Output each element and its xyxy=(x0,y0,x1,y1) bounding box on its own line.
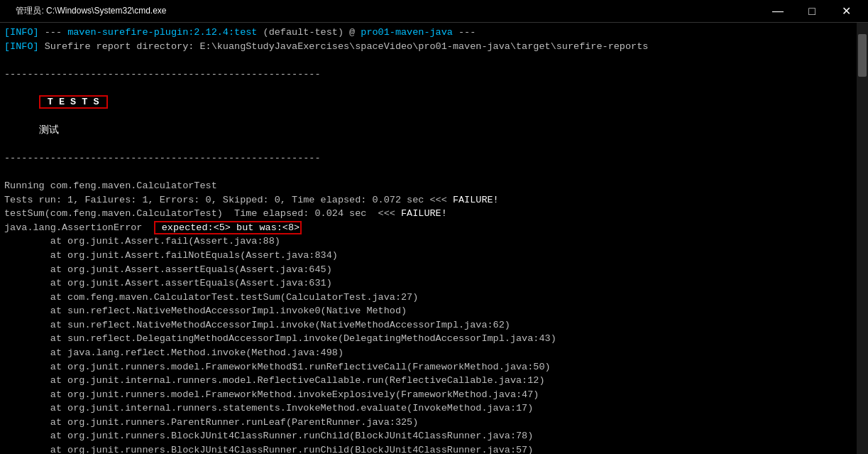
stack-line-8: at sun.reflect.DelegatingMethodAccessorI… xyxy=(4,332,864,346)
expected-highlight: expected:<5> but was:<8> xyxy=(154,221,302,234)
stack-line-14: at org.junit.runners.ParentRunner.runLea… xyxy=(4,416,864,430)
scrollbar[interactable] xyxy=(857,23,868,454)
testsum-line: testSum(com.feng.maven.CalculatorTest) T… xyxy=(4,207,864,221)
stack-line-4: at org.junit.Assert.assertEquals(Assert.… xyxy=(4,276,864,291)
scrollbar-thumb[interactable] xyxy=(858,34,867,77)
separator-2: ----------------------------------------… xyxy=(4,151,864,166)
stack-line-15: at org.junit.runners.BlockJUnit4ClassRun… xyxy=(4,429,864,443)
restore-button[interactable]: □ xyxy=(796,1,828,22)
minimize-button[interactable]: — xyxy=(762,1,794,22)
tests-run-line: Tests run: 1, Failures: 1, Errors: 0, Sk… xyxy=(4,193,864,207)
stack-line-9: at java.lang.reflect.Method.invoke(Metho… xyxy=(4,346,864,360)
running-line: Running com.feng.maven.CalculatorTest xyxy=(4,179,864,193)
window-controls: — □ ✕ xyxy=(762,1,862,22)
stack-line-6: at sun.reflect.NativeMethodAccessorImpl.… xyxy=(4,304,864,318)
chinese-tests-label: 测试 xyxy=(39,124,59,135)
stack-line-16: at org.junit.runners.BlockJUnit4ClassRun… xyxy=(4,443,864,454)
stack-line-5: at com.feng.maven.CalculatorTest.testSum… xyxy=(4,291,864,305)
stack-line-13: at org.junit.internal.runners.statements… xyxy=(4,401,864,416)
close-button[interactable]: ✕ xyxy=(830,1,862,22)
assertion-error-line: java.lang.AssertionError expected:<5> bu… xyxy=(4,221,864,235)
stack-line-12: at org.junit.runners.model.FrameworkMeth… xyxy=(4,388,864,402)
console-line-2: [INFO] Surefire report directory: E:\kua… xyxy=(4,40,864,54)
separator-1: ----------------------------------------… xyxy=(4,67,864,82)
console-line-blank xyxy=(4,166,864,180)
title-bar: ▶ 管理员: C:\Windows\System32\cmd.exe — □ ✕ xyxy=(0,0,868,23)
stack-line-1: at org.junit.Assert.fail(Assert.java:88) xyxy=(4,234,864,249)
console-line-3 xyxy=(4,53,864,67)
stack-line-2: at org.junit.Assert.failNotEquals(Assert… xyxy=(4,249,864,263)
info-tag-2: [INFO] xyxy=(4,41,39,52)
console-line-1: [INFO] --- maven-surefire-plugin:2.12.4:… xyxy=(4,26,864,40)
stack-line-10: at org.junit.runners.model.FrameworkMeth… xyxy=(4,360,864,374)
tests-label: T E S T S xyxy=(39,95,108,109)
stack-line-3: at org.junit.Assert.assertEquals(Assert.… xyxy=(4,263,864,277)
tests-header-line: T E S T S 测试 xyxy=(4,81,864,151)
cmd-icon: ▶ xyxy=(6,5,11,17)
info-tag-1: [INFO] xyxy=(4,27,39,38)
cmd-window: ▶ 管理员: C:\Windows\System32\cmd.exe — □ ✕… xyxy=(0,0,868,454)
console-output: [INFO] --- maven-surefire-plugin:2.12.4:… xyxy=(0,23,868,454)
window-title: 管理员: C:\Windows\System32\cmd.exe xyxy=(16,5,762,17)
stack-line-11: at org.junit.internal.runners.model.Refl… xyxy=(4,374,864,388)
stack-line-7: at sun.reflect.NativeMethodAccessorImpl.… xyxy=(4,318,864,333)
